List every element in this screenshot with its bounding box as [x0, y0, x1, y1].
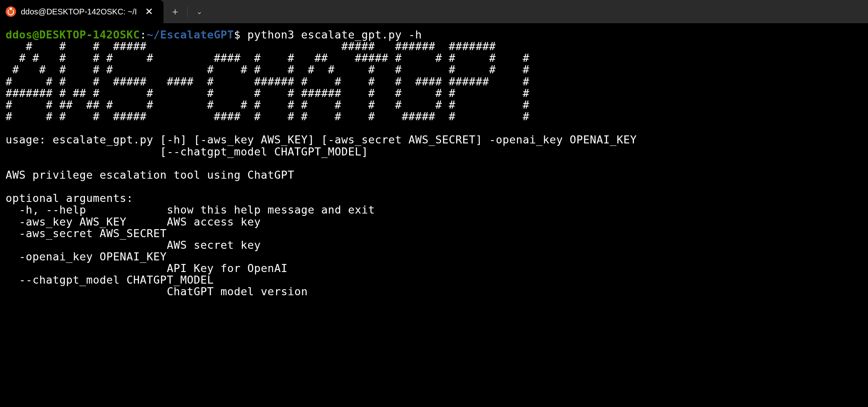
titlebar-controls: + ⌄	[167, 0, 208, 23]
prompt-user-host: ddos@DESKTOP-142OSKC	[6, 28, 140, 41]
arg-chatgpt-2: ChatGPT model version	[6, 285, 308, 298]
titlebar: ddos@DESKTOP-142OSKC: ~/I ✕ + ⌄	[0, 0, 868, 23]
arg-aws-secret-2: AWS secret key	[6, 239, 261, 251]
arg-openai-2: API Key for OpenAI	[6, 262, 288, 274]
close-tab-icon[interactable]: ✕	[142, 4, 156, 19]
description: AWS privilege escalation tool using Chat…	[6, 169, 294, 181]
active-tab[interactable]: ddos@DESKTOP-142OSKC: ~/I ✕	[0, 0, 164, 23]
divider	[187, 6, 188, 17]
terminal-content[interactable]: ddos@DESKTOP-142OSKC:~/EscalateGPT$ pyth…	[0, 23, 868, 303]
arg-aws-key: -aws_key AWS_KEY AWS access key	[6, 216, 261, 228]
ubuntu-icon	[6, 6, 16, 17]
arg-chatgpt-1: --chatgpt_model CHATGPT_MODEL	[6, 274, 214, 286]
new-tab-button[interactable]: +	[167, 2, 184, 22]
arg-openai-1: -openai_key OPENAI_KEY	[6, 250, 167, 263]
ascii-art: # # # ##### ##### ###### ####### # # # #…	[6, 40, 529, 123]
command-text: python3 escalate_gpt.py -h	[247, 28, 422, 41]
usage-line-2: [--chatgpt_model CHATGPT_MODEL]	[6, 145, 368, 158]
tab-title: ddos@DESKTOP-142OSKC: ~/I	[21, 7, 137, 16]
tab-dropdown-icon[interactable]: ⌄	[191, 3, 208, 20]
prompt-dollar: $	[234, 28, 241, 41]
prompt-path: ~/EscalateGPT	[147, 28, 234, 41]
prompt-colon: :	[140, 28, 147, 41]
arg-aws-secret-1: -aws_secret AWS_SECRET	[6, 227, 167, 240]
optional-args-header: optional arguments:	[6, 192, 133, 204]
arg-help: -h, --help show this help message and ex…	[6, 204, 375, 216]
usage-line-1: usage: escalate_gpt.py [-h] [-aws_key AW…	[6, 133, 637, 146]
